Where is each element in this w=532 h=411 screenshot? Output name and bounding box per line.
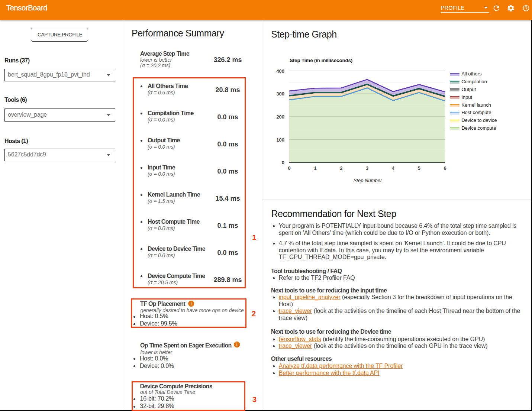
svg-text:6: 6 (444, 165, 446, 171)
svg-text:Step Time (in milliseconds): Step Time (in milliseconds) (290, 58, 352, 63)
svg-text:1: 1 (314, 165, 316, 171)
svg-text:3: 3 (366, 165, 368, 171)
svg-text:5: 5 (418, 165, 420, 171)
svg-text:400: 400 (276, 68, 284, 74)
svg-text:Compilation: Compilation (461, 79, 487, 84)
svg-text:4: 4 (392, 165, 395, 171)
svg-text:0: 0 (288, 165, 290, 171)
svg-text:200: 200 (276, 114, 284, 120)
svg-text:2: 2 (340, 165, 342, 171)
svg-text:Kernel launch: Kernel launch (461, 102, 491, 108)
svg-text:Device compute: Device compute (461, 125, 496, 131)
svg-text:Output: Output (461, 87, 476, 92)
svg-text:100: 100 (276, 137, 284, 143)
svg-text:0: 0 (282, 160, 284, 165)
svg-text:Input: Input (461, 94, 472, 100)
svg-text:Step Number: Step Number (354, 178, 382, 183)
svg-text:Device to device: Device to device (461, 117, 497, 123)
svg-text:All others: All others (461, 71, 482, 77)
svg-text:300: 300 (276, 91, 284, 97)
svg-text:Host compute: Host compute (461, 110, 491, 115)
